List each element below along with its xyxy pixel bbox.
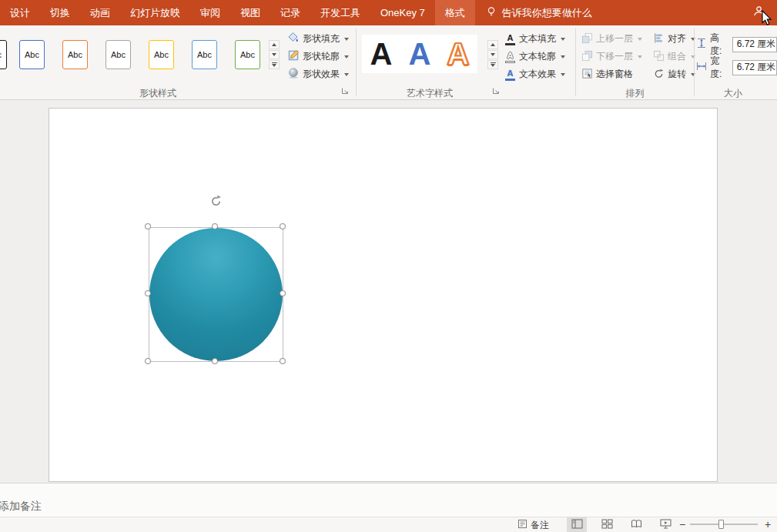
zoom-slider-thumb[interactable] — [718, 520, 724, 529]
send-backward-button[interactable]: 下移一层 — [579, 48, 645, 65]
selection-pane-label: 选择窗格 — [596, 68, 633, 81]
text-effects-button[interactable]: A 文本效果 — [502, 65, 568, 83]
shape-style-preset[interactable]: Abc — [19, 40, 45, 69]
shape-style-preset[interactable]: Abc — [235, 40, 260, 69]
tab-slideshow[interactable]: 幻灯片放映 — [120, 0, 190, 25]
align-button[interactable]: 对齐 — [651, 30, 698, 48]
zoom-slider-track[interactable] — [690, 524, 758, 525]
selected-oval-shape[interactable] — [149, 228, 283, 361]
tab-developer[interactable]: 开发工具 — [310, 0, 370, 25]
shape-style-preset-label: Abc — [197, 50, 212, 59]
selection-pane-button[interactable]: 选择窗格 — [579, 65, 645, 83]
text-effects-label: 文本效果 — [519, 68, 556, 81]
normal-view-icon — [571, 519, 583, 531]
text-fill-button[interactable]: A 文本填充 — [502, 30, 568, 48]
shape-fill-button[interactable]: 形状填充 — [285, 30, 351, 48]
selection-handle-top-right[interactable] — [280, 223, 286, 229]
shape-style-preset-label: Abc — [111, 50, 126, 59]
wordart-sample-black: A — [370, 35, 393, 73]
view-normal-button[interactable] — [567, 517, 587, 532]
align-icon — [653, 32, 665, 46]
selection-handle-top-middle[interactable] — [212, 223, 218, 229]
wordart-scroll-down-button[interactable] — [487, 50, 498, 59]
zoom-in-button[interactable]: + — [762, 517, 773, 532]
tab-format[interactable]: 格式 — [435, 0, 475, 25]
shape-styles-dialog-launcher[interactable] — [340, 86, 350, 95]
color-bar — [505, 43, 515, 45]
tell-me-box[interactable]: 告诉我你想要做什么 — [486, 0, 592, 25]
notes-toggle-button[interactable]: 备注 — [514, 517, 552, 532]
height-icon — [696, 38, 707, 51]
view-reading-button[interactable] — [626, 517, 646, 532]
bring-forward-button[interactable]: 上移一层 — [579, 30, 645, 48]
rotation-handle[interactable] — [209, 194, 223, 209]
selection-handle-bottom-left[interactable] — [145, 358, 151, 364]
selection-handle-middle-right[interactable] — [280, 290, 286, 296]
notes-pane[interactable]: 添加备注 — [0, 483, 777, 517]
group-icon — [653, 50, 665, 64]
width-value: 6.72 厘米 — [737, 61, 776, 74]
tab-onekey[interactable]: OneKey 7 — [370, 0, 435, 25]
shape-style-preset[interactable]: Abc — [0, 40, 7, 69]
wordart-gallery: A A A — [362, 35, 477, 73]
tab-transitions[interactable]: 切换 — [40, 0, 80, 25]
selection-handle-bottom-right[interactable] — [280, 358, 286, 364]
rotate-button[interactable]: 旋转 — [651, 65, 698, 83]
chevron-down-icon — [561, 73, 565, 76]
letter-a: A — [507, 52, 514, 60]
shape-style-preset[interactable]: Abc — [105, 40, 131, 69]
chevron-down-icon — [561, 38, 565, 41]
height-input[interactable]: 6.72 厘米 — [732, 37, 777, 52]
height-value: 6.72 厘米 — [737, 38, 776, 51]
gallery-scroll-up-button[interactable] — [269, 40, 280, 49]
group-label-arrange: 排列 — [576, 87, 694, 100]
gallery-scroll-down-button[interactable] — [269, 50, 280, 59]
wordart-more-button[interactable] — [487, 60, 498, 69]
height-label: 高度: — [710, 32, 729, 58]
text-outline-icon: A — [504, 51, 516, 63]
chevron-down-icon — [344, 73, 349, 76]
shape-style-preset[interactable]: Abc — [62, 40, 88, 69]
selection-pane-icon — [581, 68, 593, 82]
gallery-scroll-controls — [269, 40, 280, 69]
wordart-style-preset[interactable]: A — [439, 35, 477, 73]
gallery-more-button[interactable] — [269, 60, 280, 69]
selection-handle-bottom-middle[interactable] — [212, 358, 218, 364]
person-icon — [753, 5, 765, 20]
chevron-down-icon — [691, 55, 695, 59]
tab-view[interactable]: 视图 — [230, 0, 270, 25]
group-button[interactable]: 组合 — [651, 48, 698, 65]
wordart-style-preset[interactable]: A — [400, 35, 439, 73]
zoom-out-button[interactable]: − — [677, 517, 688, 532]
selection-handle-top-left[interactable] — [145, 223, 151, 229]
shape-fill-label: 形状填充 — [303, 32, 340, 45]
chevron-down-icon — [638, 38, 642, 41]
more-icon — [491, 62, 496, 63]
text-outline-button[interactable]: A 文本轮廓 — [502, 48, 568, 65]
shape-outline-button[interactable]: 形状轮廓 — [285, 48, 351, 65]
shape-style-preset[interactable]: Abc — [149, 40, 174, 69]
chevron-down-icon — [691, 38, 695, 41]
tab-design[interactable]: 设计 — [0, 0, 40, 25]
account-button[interactable] — [753, 0, 765, 25]
tab-record[interactable]: 记录 — [270, 0, 310, 25]
powerpoint-window: 设计 切换 动画 幻灯片放映 审阅 视图 记录 开发工具 OneKey 7 格式… — [0, 0, 777, 532]
triangle-down-icon — [272, 53, 276, 56]
selection-handle-middle-left[interactable] — [145, 290, 151, 296]
view-slideshow-button[interactable] — [655, 517, 675, 532]
reading-view-icon — [631, 519, 642, 531]
slide-sorter-icon — [601, 519, 613, 531]
wordart-style-preset[interactable]: A — [362, 35, 400, 73]
slideshow-icon — [660, 519, 672, 531]
shape-effects-label: 形状效果 — [303, 68, 340, 81]
chevron-down-icon — [561, 55, 565, 59]
wordart-dialog-launcher[interactable] — [491, 86, 501, 95]
tab-animations[interactable]: 动画 — [80, 0, 120, 25]
tab-review[interactable]: 审阅 — [190, 0, 230, 25]
view-slide-sorter-button[interactable] — [597, 517, 617, 532]
wordart-scroll-up-button[interactable] — [487, 40, 498, 49]
shape-style-preset[interactable]: Abc — [192, 40, 217, 69]
group-label-shape-styles: 形状样式 — [0, 87, 316, 100]
shape-effects-button[interactable]: 形状效果 — [285, 65, 351, 83]
width-input[interactable]: 6.72 厘米 — [732, 60, 777, 75]
